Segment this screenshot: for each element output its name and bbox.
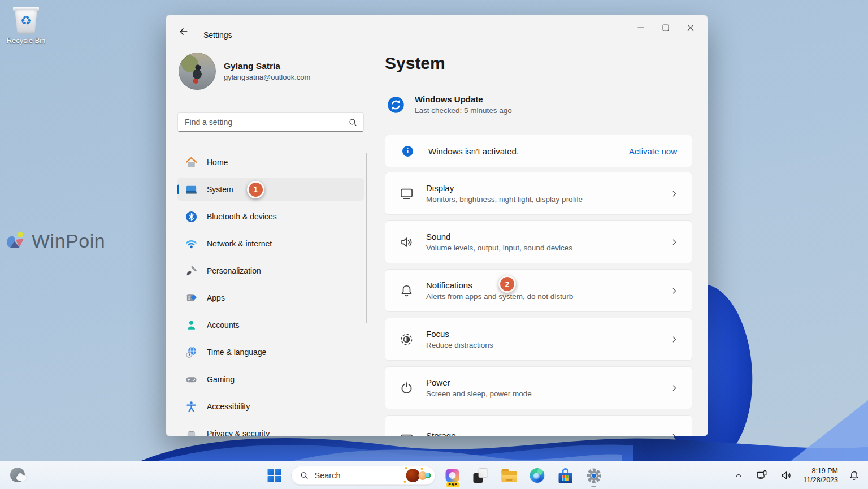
- back-button[interactable]: [175, 24, 192, 39]
- card-focus[interactable]: Focus Reduce distractions: [385, 318, 692, 361]
- sound-icon: [399, 235, 414, 250]
- sidebar-item-time-language[interactable]: Time & language: [177, 341, 364, 363]
- card-display[interactable]: Display Monitors, brightness, night ligh…: [385, 172, 692, 215]
- bell-icon: [848, 470, 860, 482]
- cloud-icon: [16, 475, 27, 481]
- sidebar-item-system[interactable]: System 1: [177, 178, 364, 201]
- sidebar-item-accessibility[interactable]: Accessibility: [177, 395, 364, 418]
- windows-update-icon: [387, 96, 405, 114]
- notification-center-button[interactable]: [846, 468, 862, 484]
- sidebar-item-privacy-security[interactable]: Privacy & security: [177, 422, 364, 436]
- back-arrow-icon: [178, 26, 189, 37]
- ethernet-network-icon: [756, 469, 768, 482]
- hidden-icons-button[interactable]: [732, 469, 745, 482]
- settings-window: Settings Gylang Satria gylangsatria@outl…: [166, 15, 708, 436]
- clock[interactable]: 8:19 PM 11/28/2023: [803, 466, 838, 485]
- microsoft-store-icon: [559, 468, 572, 483]
- settings-gear-icon: [586, 468, 601, 483]
- settings-app-button[interactable]: [583, 463, 605, 488]
- card-notifications[interactable]: Notifications Alerts from apps and syste…: [385, 269, 692, 312]
- copilot-icon: [446, 469, 459, 482]
- microsoft-store-button[interactable]: [554, 463, 577, 488]
- sidebar-item-label: Bluetooth & devices: [207, 212, 277, 221]
- time-language-icon: [185, 346, 198, 359]
- settings-search-input[interactable]: Find a setting: [177, 112, 364, 132]
- sidebar-item-label: Time & language: [207, 348, 266, 357]
- chevron-right-icon: [670, 383, 679, 393]
- chevron-right-icon: [670, 432, 679, 437]
- chevron-up-icon: [734, 471, 743, 480]
- chevron-right-icon: [670, 237, 679, 247]
- speaker-icon: [780, 469, 793, 482]
- chevron-right-icon: [670, 189, 679, 198]
- activation-banner: i Windows isn’t activated. Activate now: [385, 135, 692, 167]
- apps-icon: [185, 292, 198, 305]
- activation-message: Windows isn’t activated.: [428, 146, 519, 156]
- window-title: Settings: [203, 28, 232, 42]
- taskbar: Search PRE: [0, 461, 868, 489]
- sidebar-item-label: Home: [207, 158, 228, 167]
- sidebar-item-label: Privacy & security: [207, 429, 270, 436]
- accessibility-icon: [185, 400, 198, 413]
- windows-update-row[interactable]: Windows Update Last checked: 5 minutes a…: [387, 94, 512, 115]
- card-subtitle: Alerts from apps and system, do not dist…: [426, 292, 573, 301]
- power-icon: [399, 380, 414, 396]
- copilot-pre-badge: PRE: [446, 482, 459, 488]
- home-icon: [185, 156, 198, 169]
- card-title: Storage: [426, 431, 456, 437]
- notifications-icon: [399, 283, 414, 298]
- volume-tray-button[interactable]: [778, 467, 795, 484]
- card-power[interactable]: Power Screen and sleep, power mode: [385, 366, 692, 409]
- card-subtitle: Reduce distractions: [426, 341, 493, 349]
- sidebar-item-accounts[interactable]: Accounts: [177, 314, 364, 336]
- recycle-bin-icon[interactable]: ♻ Recycle Bin: [5, 6, 47, 45]
- card-title: Power: [426, 378, 532, 387]
- profile-block[interactable]: Gylang Satria gylangsatria@outlook.com: [179, 53, 310, 90]
- edge-icon: [530, 468, 545, 483]
- sidebar-item-label: Accessibility: [207, 402, 250, 411]
- sidebar-item-gaming[interactable]: Gaming: [177, 368, 364, 391]
- sidebar-item-apps[interactable]: Apps: [177, 287, 364, 309]
- windows-update-title: Windows Update: [415, 94, 512, 104]
- task-view-button[interactable]: [470, 463, 492, 488]
- bing-daily-image-icon: [403, 467, 432, 484]
- card-subtitle: Volume levels, output, input, sound devi…: [426, 244, 572, 252]
- annotation-badge-1: 1: [247, 181, 264, 198]
- sidebar-item-personalization[interactable]: Personalization: [177, 259, 364, 282]
- card-title: Focus: [426, 329, 493, 339]
- network-tray-button[interactable]: [753, 467, 770, 484]
- active-app-indicator: [592, 486, 596, 487]
- sidebar-item-label: Network & internet: [207, 239, 272, 248]
- settings-cards: Display Monitors, brightness, night ligh…: [385, 172, 692, 436]
- recycle-bin-label: Recycle Bin: [5, 36, 47, 45]
- winpoin-logo-icon: [5, 230, 27, 252]
- privacy-security-icon: [185, 427, 198, 437]
- display-icon: [399, 186, 414, 201]
- sidebar-item-label: Personalization: [207, 266, 261, 275]
- bluetooth-icon: [185, 210, 198, 223]
- windows-logo-icon: [268, 469, 281, 482]
- accounts-icon: [185, 319, 198, 332]
- edge-button[interactable]: [526, 463, 549, 488]
- card-sound[interactable]: Sound Volume levels, output, input, soun…: [385, 220, 692, 263]
- taskbar-search-input[interactable]: Search: [292, 466, 436, 485]
- file-explorer-button[interactable]: [498, 463, 520, 488]
- annotation-badge-2: 2: [498, 275, 516, 293]
- activate-now-link[interactable]: Activate now: [629, 146, 677, 156]
- settings-search-placeholder: Find a setting: [185, 118, 348, 127]
- clock-time: 8:19 PM: [803, 466, 838, 475]
- sidebar-item-bluetooth-devices[interactable]: Bluetooth & devices: [177, 205, 364, 228]
- sidebar-item-label: Accounts: [207, 321, 240, 330]
- copilot-button[interactable]: PRE: [441, 463, 464, 488]
- start-button[interactable]: [263, 463, 286, 488]
- card-subtitle: Screen and sleep, power mode: [426, 390, 532, 398]
- sidebar-item-home[interactable]: Home: [177, 151, 364, 174]
- card-storage[interactable]: Storage: [385, 415, 692, 436]
- task-view-icon: [474, 468, 488, 483]
- avatar: [179, 53, 216, 90]
- clock-date: 11/28/2023: [803, 475, 838, 484]
- sidebar-item-network-internet[interactable]: Network & internet: [177, 232, 364, 255]
- sidebar-scrollbar[interactable]: [366, 153, 367, 323]
- network-icon: [185, 237, 198, 250]
- widgets-weather-button[interactable]: [9, 466, 28, 485]
